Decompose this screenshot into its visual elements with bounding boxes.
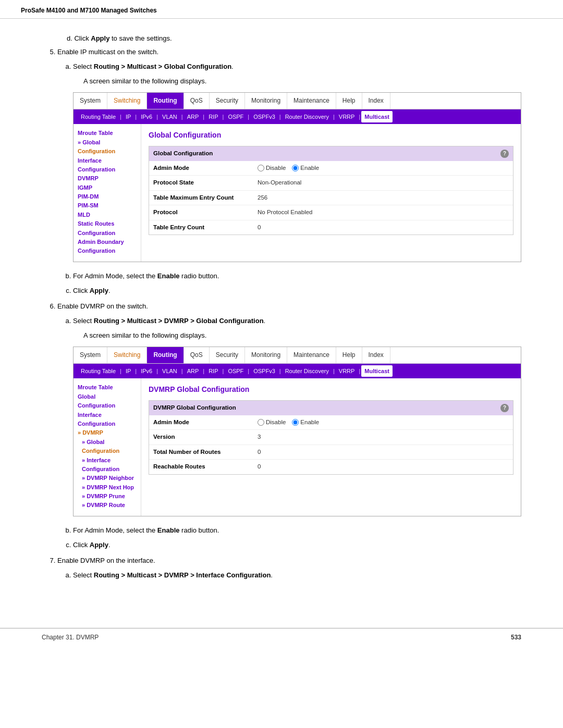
sidebar-dvmrp-neighbor-2[interactable]: » DVMRP Neighbor bbox=[78, 474, 137, 482]
radio-disable-input-2[interactable] bbox=[258, 419, 264, 426]
sidebar-dvmrp-2[interactable]: » DVMRP bbox=[78, 429, 137, 437]
footer-page: 533 bbox=[511, 634, 521, 641]
nav-tab-system-2[interactable]: System bbox=[74, 347, 107, 363]
subnav-ospfv3-2[interactable]: OSPFv3 bbox=[250, 365, 278, 377]
radio-enable-input-2[interactable] bbox=[292, 419, 299, 426]
subnav-ospfv3-1[interactable]: OSPFv3 bbox=[250, 111, 278, 123]
sidebar-dvmrp-1[interactable]: DVMRP bbox=[78, 175, 137, 182]
sidebar-admin-config-1[interactable]: Configuration bbox=[78, 247, 137, 255]
config-label-total-routes-2: Total Number of Routes bbox=[153, 447, 258, 458]
step-d-bold1: Apply bbox=[91, 34, 109, 42]
sidebar-admin-boundary-1[interactable]: Admin Boundary bbox=[78, 238, 137, 246]
sidebar-pimsm-1[interactable]: PIM-SM bbox=[78, 202, 137, 209]
sidebar-global-1[interactable]: » Global bbox=[78, 139, 137, 146]
sidebar-interface-config-1[interactable]: Configuration bbox=[78, 166, 137, 174]
sidebar-pimdm-1[interactable]: PIM-DM bbox=[78, 193, 137, 201]
subnav-vlan-2[interactable]: VLAN bbox=[159, 365, 180, 377]
subnav-ip-2[interactable]: IP bbox=[123, 365, 134, 377]
sidebar-mroute-table-2[interactable]: Mroute Table bbox=[78, 384, 137, 391]
subnav-rip-1[interactable]: RIP bbox=[205, 111, 221, 123]
sidebar-mroute-table-1[interactable]: Mroute Table bbox=[78, 129, 137, 137]
sidebar-global-config-1[interactable]: Configuration bbox=[78, 147, 137, 155]
sidebar-dvmrp-global-config-2[interactable]: Configuration bbox=[78, 447, 137, 455]
nav-tab-maintenance-2[interactable]: Maintenance bbox=[287, 347, 336, 363]
sidebar-dvmrp-interface-config-2[interactable]: Configuration bbox=[78, 465, 137, 473]
nav-tab-switching-2[interactable]: Switching bbox=[107, 347, 147, 363]
sidebar-mld-1[interactable]: MLD bbox=[78, 211, 137, 219]
step-6-substeps: Select Routing > Multicast > DVMRP > Glo… bbox=[73, 315, 521, 551]
subnav-vlan-1[interactable]: VLAN bbox=[159, 111, 180, 123]
subnav-rip-2[interactable]: RIP bbox=[205, 365, 221, 377]
sidebar-global-2[interactable]: Global bbox=[78, 393, 137, 401]
step-5-note: A screen similar to the following displa… bbox=[73, 76, 521, 87]
sidebar-dvmrp-next-hop-2[interactable]: » DVMRP Next Hop bbox=[78, 484, 137, 491]
radio-enable-1[interactable]: Enable bbox=[292, 163, 319, 174]
nav-tab-index-2[interactable]: Index bbox=[362, 347, 390, 363]
subnav-ospf-2[interactable]: OSPF bbox=[225, 365, 247, 377]
sidebar-dvmrp-global-2[interactable]: » Global bbox=[78, 438, 137, 446]
ui-mockup-1: System Switching Routing QoS Security Mo… bbox=[73, 92, 521, 262]
sidebar-static-routes-1[interactable]: Static Routes bbox=[78, 220, 137, 228]
config-value-table-max-1: 256 bbox=[258, 193, 509, 203]
nav-tab-index-1[interactable]: Index bbox=[362, 93, 390, 108]
nav-tab-security-1[interactable]: Security bbox=[210, 93, 245, 108]
sidebar-interface-config-2[interactable]: Configuration bbox=[78, 420, 137, 428]
main-steps-list: Enable IP multicast on the switch. Selec… bbox=[57, 46, 521, 581]
nav-tab-switching-1[interactable]: Switching bbox=[107, 93, 147, 108]
nav-tab-routing-1[interactable]: Routing bbox=[147, 93, 183, 108]
step-d-text2: to save the settings. bbox=[109, 34, 172, 42]
subnav-ip-1[interactable]: IP bbox=[123, 111, 134, 123]
radio-disable-2[interactable]: Disable bbox=[258, 417, 286, 428]
nav-tab-routing-2[interactable]: Routing bbox=[147, 347, 183, 363]
nav-tab-help-2[interactable]: Help bbox=[336, 347, 362, 363]
subnav-arp-2[interactable]: ARP bbox=[184, 365, 202, 377]
sidebar-interface-2[interactable]: Interface bbox=[78, 411, 137, 419]
nav-tab-monitoring-1[interactable]: Monitoring bbox=[245, 93, 287, 108]
subnav-router-discovery-2[interactable]: Router Discovery bbox=[282, 365, 332, 377]
subnav-ipv6-1[interactable]: IPv6 bbox=[138, 111, 155, 123]
config-value-admin-2: Disable Enable bbox=[258, 417, 509, 428]
sidebar-interface-1[interactable]: Interface bbox=[78, 157, 137, 165]
nav-tab-help-1[interactable]: Help bbox=[336, 93, 362, 108]
radio-disable-input-1[interactable] bbox=[258, 165, 264, 171]
nav-tab-qos-1[interactable]: QoS bbox=[184, 93, 210, 108]
section-title-1: Global Configuration bbox=[149, 129, 513, 142]
step-5a-text1: Select bbox=[73, 63, 94, 70]
sidebar-dvmrp-route-2[interactable]: » DVMRP Route bbox=[78, 501, 137, 509]
help-icon-1[interactable]: ? bbox=[500, 150, 509, 158]
subnav-ipv6-2[interactable]: IPv6 bbox=[138, 365, 155, 377]
step-7: Enable DVMRP on the interface. Select Ro… bbox=[57, 555, 521, 581]
step-6a: Select Routing > Multicast > DVMRP > Glo… bbox=[73, 315, 521, 516]
subnav-vrrp-2[interactable]: VRRP bbox=[336, 365, 358, 377]
subnav-vrrp-1[interactable]: VRRP bbox=[336, 111, 358, 123]
radio-disable-1[interactable]: Disable bbox=[258, 163, 286, 174]
help-icon-2[interactable]: ? bbox=[500, 404, 509, 412]
sidebar-dvmrp-prune-2[interactable]: » DVMRP Prune bbox=[78, 492, 137, 500]
nav-tab-system-1[interactable]: System bbox=[74, 93, 107, 108]
nav-tab-monitoring-2[interactable]: Monitoring bbox=[245, 347, 287, 363]
section-title-2: DVMRP Global Configuration bbox=[149, 384, 513, 396]
sidebar-static-config-1[interactable]: Configuration bbox=[78, 229, 137, 237]
radio-enable-input-1[interactable] bbox=[292, 165, 299, 171]
config-label-table-max-1: Table Maximum Entry Count bbox=[153, 193, 258, 203]
nav-tab-security-2[interactable]: Security bbox=[210, 347, 245, 363]
config-row-table-max-1: Table Maximum Entry Count 256 bbox=[149, 191, 513, 206]
subnav-router-discovery-1[interactable]: Router Discovery bbox=[282, 111, 332, 123]
subnav-arp-1[interactable]: ARP bbox=[184, 111, 202, 123]
sidebar-dvmrp-interface-2[interactable]: » Interface bbox=[78, 456, 137, 464]
sidebar-global-config-2[interactable]: Configuration bbox=[78, 402, 137, 410]
step-7-substeps: Select Routing > Multicast > DVMRP > Int… bbox=[73, 570, 521, 581]
step-6b-bold1: Enable bbox=[157, 526, 180, 534]
subnav-multicast-1[interactable]: Multicast bbox=[361, 111, 393, 123]
subnav-routing-table-1[interactable]: Routing Table bbox=[78, 111, 119, 123]
radio-enable-2[interactable]: Enable bbox=[292, 417, 319, 428]
sidebar-igmp-1[interactable]: IGMP bbox=[78, 184, 137, 192]
step-5c: Click Apply. bbox=[73, 285, 521, 297]
nav-tab-qos-2[interactable]: QoS bbox=[184, 347, 210, 363]
subnav-ospf-1[interactable]: OSPF bbox=[225, 111, 247, 123]
config-box-header-2: DVMRP Global Configuration ? bbox=[149, 401, 513, 415]
config-row-entry-count-1: Table Entry Count 0 bbox=[149, 220, 513, 235]
subnav-multicast-2[interactable]: Multicast bbox=[361, 365, 393, 377]
nav-tab-maintenance-1[interactable]: Maintenance bbox=[287, 93, 336, 108]
subnav-routing-table-2[interactable]: Routing Table bbox=[78, 365, 119, 377]
